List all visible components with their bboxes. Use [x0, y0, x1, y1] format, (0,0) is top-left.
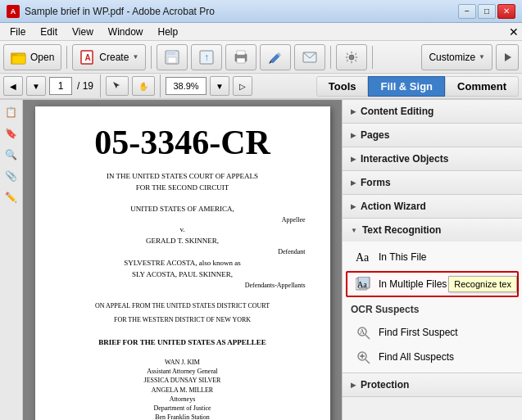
forward-button[interactable]: ▼ — [26, 76, 46, 96]
restore-button[interactable]: □ — [478, 4, 496, 19]
pdf-party-3-role: Defendants-Appellants — [60, 282, 306, 289]
find-all-suspects-icon — [356, 349, 372, 365]
protection-arrow-icon: ▶ — [351, 382, 356, 389]
find-all-suspects-label: Find All Suspects — [379, 351, 454, 363]
close-button[interactable]: ✕ — [497, 4, 515, 19]
print-icon — [233, 49, 249, 65]
pdf-appeal-from-1: ON APPEAL FROM THE UNITED STATES DISTRIC… — [60, 302, 306, 309]
sidebar-pages-icon[interactable]: 📋 — [2, 103, 20, 121]
pdf-party-1-role: Appellee — [60, 216, 306, 224]
window-controls: − □ ✕ — [458, 4, 515, 19]
pdf-attorney-3: JESSICA DUNSAY SILVER — [60, 376, 306, 385]
title-bar: A Sample brief in WP.pdf - Adobe Acrobat… — [0, 0, 522, 23]
forms-arrow-icon: ▶ — [351, 179, 356, 187]
in-this-file-icon: Aa — [356, 249, 372, 265]
customize-label: Customize — [429, 52, 475, 63]
sidebar-edit-icon[interactable]: ✏️ — [2, 188, 20, 206]
pages-label: Pages — [361, 129, 389, 141]
zoom-dropdown-button[interactable]: ▼ — [210, 76, 229, 96]
action-wizard-arrow-icon: ▶ — [351, 203, 356, 210]
find-all-suspects-item[interactable]: Find All Suspects — [343, 345, 522, 369]
svg-rect-11 — [237, 51, 245, 55]
action-wizard-label: Action Wizard — [361, 201, 426, 212]
in-multiple-files-item[interactable]: Aa In Multiple Files Recognize tex — [346, 271, 519, 297]
create-icon: A — [79, 49, 96, 65]
select-tool-button[interactable] — [106, 76, 129, 96]
pdf-attorney-4: ANGELA M. MILLER — [60, 386, 306, 395]
pdf-party-2-role: Defendant — [60, 248, 306, 255]
svg-text:↑: ↑ — [204, 52, 209, 63]
hand-tool-button[interactable]: ✋ — [132, 76, 155, 96]
email-button[interactable] — [294, 44, 325, 70]
zoom-input[interactable] — [166, 77, 207, 95]
interactive-objects-label: Interactive Objects — [361, 153, 448, 165]
tab-tools[interactable]: Tools — [316, 76, 369, 97]
toolbar-sep-2 — [151, 46, 152, 69]
minimize-button[interactable]: − — [458, 4, 476, 19]
section-forms-header[interactable]: ▶ Forms — [343, 171, 522, 194]
svg-text:A: A — [85, 53, 91, 62]
section-pages-header[interactable]: ▶ Pages — [343, 124, 522, 147]
tooltip-recognize-text: Recognize tex — [448, 276, 517, 292]
find-first-suspect-label: Find First Suspect — [379, 327, 458, 338]
svg-text:Aa: Aa — [357, 280, 367, 289]
section-protection-header[interactable]: ▶ Protection — [343, 373, 522, 396]
zoom-extra-button[interactable]: ▷ — [233, 76, 252, 96]
page-separator: / 19 — [75, 80, 95, 92]
text-recognition-label: Text Recognition — [362, 224, 441, 236]
content-editing-arrow-icon: ▶ — [351, 108, 356, 115]
find-first-suspect-item[interactable]: A Find First Suspect — [343, 320, 522, 345]
open-button[interactable]: Open — [3, 44, 61, 70]
section-text-recognition-header[interactable]: ▼ Text Recognition — [343, 219, 522, 242]
text-recognition-arrow-icon: ▼ — [351, 227, 357, 234]
menu-edit[interactable]: Edit — [34, 25, 64, 39]
pdf-vs: v. — [60, 225, 306, 233]
svg-point-13 — [243, 56, 245, 57]
protection-label: Protection — [361, 379, 409, 391]
arrow-right-icon — [502, 52, 513, 63]
print-button[interactable] — [225, 44, 256, 70]
toolbar-extra-button[interactable] — [496, 44, 519, 70]
menu-file[interactable]: File — [3, 25, 32, 39]
pdf-attorney-7: Ben Franklin Station — [60, 413, 306, 420]
sidebar-search-icon[interactable]: 🔍 — [2, 146, 20, 164]
nav-sep-1 — [100, 75, 101, 97]
menu-view[interactable]: View — [66, 25, 100, 39]
forms-label: Forms — [361, 177, 391, 188]
pdf-court-1: IN THE UNITED STATES COURT OF APPEALS — [60, 172, 306, 180]
menu-help[interactable]: Help — [152, 25, 185, 39]
window-title: Sample brief in WP.pdf - Adobe Acrobat P… — [25, 6, 215, 17]
section-interactive-objects-header[interactable]: ▶ Interactive Objects — [343, 147, 522, 170]
section-action-wizard-header[interactable]: ▶ Action Wizard — [343, 195, 522, 218]
section-text-recognition: ▼ Text Recognition Aa In This File Aa In… — [343, 219, 522, 373]
in-multiple-files-label: In Multiple Files — [379, 278, 447, 290]
sidebar-bookmarks-icon[interactable]: 🔖 — [2, 124, 20, 142]
left-sidebar: 📋 🔖 🔍 📎 ✏️ — [0, 100, 23, 420]
svg-rect-7 — [168, 57, 176, 63]
section-content-editing-header[interactable]: ▶ Content Editing — [343, 100, 522, 123]
upload-button[interactable]: ↑ — [191, 44, 222, 70]
main-area: 📋 🔖 🔍 📎 ✏️ 05-3346-CR IN THE UNITED STAT… — [0, 100, 522, 420]
create-button[interactable]: A Create ▼ — [72, 44, 146, 70]
menu-close-icon[interactable]: ✕ — [509, 25, 519, 38]
section-interactive-objects: ▶ Interactive Objects — [343, 147, 522, 171]
nav-tools: Tools Fill & Sign Comment — [316, 76, 519, 97]
pdf-court-2: FOR THE SECOND CIRCUIT — [60, 183, 306, 192]
gear-icon — [343, 49, 360, 65]
menu-window[interactable]: Window — [102, 25, 150, 39]
customize-button[interactable]: Customize ▼ — [421, 44, 492, 70]
open-icon — [11, 49, 27, 65]
pdf-attorney-block: WAN J. KIM Assistant Attorney General JE… — [60, 358, 306, 420]
edit-button[interactable] — [260, 44, 291, 70]
back-button[interactable]: ◀ — [3, 76, 23, 96]
in-this-file-item[interactable]: Aa In This File — [343, 245, 522, 269]
sidebar-attachments-icon[interactable]: 📎 — [2, 167, 20, 185]
svg-point-15 — [349, 55, 354, 60]
page-input[interactable] — [49, 77, 72, 95]
save-button[interactable] — [157, 44, 188, 70]
settings-button[interactable] — [336, 44, 367, 70]
menu-bar: File Edit View Window Help ✕ — [0, 23, 522, 41]
pdf-party-3: SYLVESTRE ACOSTA, also known as — [60, 259, 306, 267]
tab-fill-sign[interactable]: Fill & Sign — [368, 76, 445, 97]
tab-comment[interactable]: Comment — [445, 76, 519, 97]
